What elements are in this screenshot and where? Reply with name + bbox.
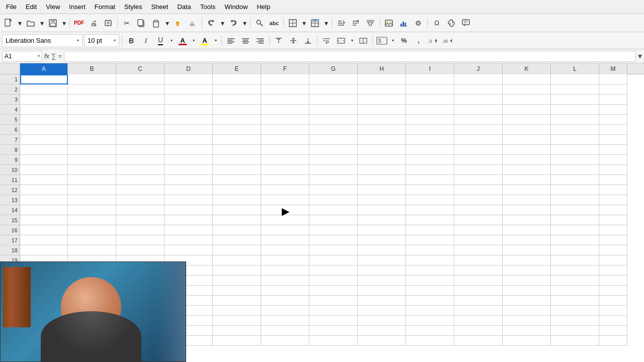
cell-F12[interactable] (261, 185, 309, 195)
cell-F8[interactable] (261, 145, 309, 155)
cell-D5[interactable] (165, 115, 213, 125)
cell-D11[interactable] (165, 175, 213, 185)
cell-G24[interactable] (309, 306, 358, 316)
cell-K15[interactable] (503, 215, 551, 225)
cell-G8[interactable] (309, 145, 358, 155)
highlight-color-button[interactable]: A (198, 34, 211, 47)
col-header-A[interactable]: A (20, 63, 68, 74)
cell-J18[interactable] (454, 245, 503, 255)
cell-J3[interactable] (454, 95, 503, 105)
cell-G7[interactable] (309, 135, 358, 145)
cell-M17[interactable] (599, 235, 627, 245)
cell-L2[interactable] (551, 84, 599, 95)
cell-H25[interactable] (358, 316, 406, 326)
cell-J6[interactable] (454, 125, 503, 135)
menu-help[interactable]: Help (253, 2, 274, 12)
cell-J1[interactable] (454, 74, 503, 84)
cell-I12[interactable] (406, 185, 454, 195)
cell-I24[interactable] (406, 306, 454, 316)
cell-F18[interactable] (261, 245, 309, 255)
menu-insert[interactable]: Insert (65, 2, 90, 12)
cell-J13[interactable] (454, 195, 503, 205)
cell-G22[interactable] (309, 286, 358, 296)
row-number-4[interactable]: 4 (0, 105, 20, 115)
cell-E9[interactable] (213, 155, 261, 165)
cell-I27[interactable] (406, 336, 454, 346)
cell-A12[interactable] (20, 185, 68, 195)
cell-B12[interactable] (68, 185, 116, 195)
cell-M13[interactable] (599, 195, 627, 205)
cell-F3[interactable] (261, 95, 309, 105)
menu-window[interactable]: Window (220, 2, 252, 12)
row-number-16[interactable]: 16 (0, 225, 20, 235)
cell-L23[interactable] (551, 296, 599, 306)
cell-G1[interactable] (309, 74, 358, 84)
bold-button[interactable]: B (125, 34, 138, 47)
cell-A6[interactable] (20, 125, 68, 135)
cell-G9[interactable] (309, 155, 358, 165)
cell-K6[interactable] (503, 125, 551, 135)
cell-C15[interactable] (116, 215, 165, 225)
cell-E15[interactable] (213, 215, 261, 225)
cell-J15[interactable] (454, 215, 503, 225)
cell-A17[interactable] (20, 235, 68, 245)
cell-F9[interactable] (261, 155, 309, 165)
cell-H11[interactable] (358, 175, 406, 185)
cell-K4[interactable] (503, 105, 551, 115)
cell-B4[interactable] (68, 105, 116, 115)
cell-G5[interactable] (309, 115, 358, 125)
cell-K16[interactable] (503, 225, 551, 235)
table2-dropdown[interactable]: ▾ (323, 17, 329, 30)
cell-B17[interactable] (68, 235, 116, 245)
cell-M1[interactable] (599, 74, 627, 84)
cell-I14[interactable] (406, 205, 454, 215)
clear-button[interactable] (186, 17, 199, 30)
cell-G25[interactable] (309, 316, 358, 326)
cell-I16[interactable] (406, 225, 454, 235)
cell-C7[interactable] (116, 135, 165, 145)
col-header-E[interactable]: E (213, 63, 261, 74)
col-header-D[interactable]: D (165, 63, 213, 74)
table2-button[interactable] (308, 17, 321, 30)
menu-data[interactable]: Data (173, 2, 195, 12)
cell-I26[interactable] (406, 326, 454, 336)
cell-M5[interactable] (599, 115, 627, 125)
cell-E23[interactable] (213, 296, 261, 306)
cell-I1[interactable] (406, 74, 454, 84)
cell-M8[interactable] (599, 145, 627, 155)
cell-H8[interactable] (358, 145, 406, 155)
cell-L18[interactable] (551, 245, 599, 255)
cell-G10[interactable] (309, 165, 358, 175)
formula-input[interactable] (64, 51, 636, 62)
new-dropdown[interactable]: ▾ (17, 17, 23, 30)
cell-E11[interactable] (213, 175, 261, 185)
new-button[interactable] (2, 17, 15, 30)
cell-M21[interactable] (599, 276, 627, 286)
cell-L11[interactable] (551, 175, 599, 185)
cell-A14[interactable] (20, 205, 68, 215)
cell-F15[interactable] (261, 215, 309, 225)
cell-K17[interactable] (503, 235, 551, 245)
cell-L15[interactable] (551, 215, 599, 225)
cell-I13[interactable] (406, 195, 454, 205)
redo-button[interactable] (227, 17, 240, 30)
cell-D9[interactable] (165, 155, 213, 165)
cell-F19[interactable] (261, 255, 309, 265)
font-color-dropdown[interactable]: ▾ (191, 34, 197, 47)
cell-D3[interactable] (165, 95, 213, 105)
menu-styles[interactable]: Styles (120, 2, 146, 12)
cell-C4[interactable] (116, 105, 165, 115)
cell-L16[interactable] (551, 225, 599, 235)
cell-I3[interactable] (406, 95, 454, 105)
cell-C11[interactable] (116, 175, 165, 185)
cell-I23[interactable] (406, 296, 454, 306)
paste-dropdown[interactable]: ▾ (164, 17, 170, 30)
cell-G18[interactable] (309, 245, 358, 255)
cell-F6[interactable] (261, 125, 309, 135)
cell-E2[interactable] (213, 84, 261, 95)
save-button[interactable] (46, 17, 59, 30)
align-right-button[interactable] (254, 34, 267, 47)
copy-button[interactable] (135, 17, 148, 30)
cell-E16[interactable] (213, 225, 261, 235)
cell-I4[interactable] (406, 105, 454, 115)
